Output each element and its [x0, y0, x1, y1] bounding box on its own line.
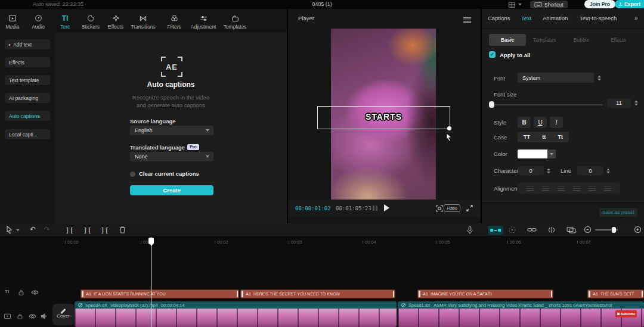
align-left-icon[interactable] — [527, 186, 534, 191]
delete-right-icon[interactable]: ][ — [101, 227, 109, 233]
play-button[interactable] — [384, 204, 389, 211]
eye-icon[interactable] — [31, 289, 39, 295]
underline-button[interactable]: U — [534, 117, 547, 128]
save-preset-button[interactable]: Save as preset — [599, 208, 637, 217]
eye-icon[interactable] — [29, 313, 36, 319]
toolbar-tab-adjustment[interactable]: Adjustment — [185, 13, 221, 30]
timeline-zoom-knob[interactable] — [612, 227, 616, 233]
subtab-templates[interactable]: Templates — [526, 34, 563, 46]
lowercase-button[interactable]: tt — [542, 134, 546, 140]
color-dropdown[interactable] — [547, 150, 556, 158]
tab-captions[interactable]: Captions — [488, 15, 510, 21]
undo-icon[interactable]: ↶ — [30, 225, 36, 233]
text-selection-box[interactable] — [317, 106, 450, 129]
font-size-stepper[interactable] — [633, 98, 639, 107]
clear-captions-checkbox[interactable] — [130, 172, 135, 177]
zoom-out-icon[interactable] — [584, 226, 592, 233]
shortcut-button[interactable]: Shortcut — [530, 1, 568, 8]
tab-text-to-speech[interactable]: Text-to-speech — [580, 15, 617, 21]
source-language-select[interactable]: English — [130, 126, 213, 135]
sidebar-item-text-template[interactable]: Text template — [5, 75, 50, 85]
subtab-basic[interactable]: Basic — [489, 34, 526, 46]
line-spacing-input[interactable]: 0 — [577, 166, 603, 175]
toolbar-tab-transitions[interactable]: Transitions — [125, 13, 161, 30]
lock-icon[interactable] — [17, 313, 23, 320]
caption-clip[interactable]: A1 IF A LION STARTS RUNNING AT YOU — [80, 289, 239, 298]
line-stepper[interactable] — [605, 166, 611, 175]
layout-grid-icon[interactable] — [508, 1, 516, 8]
fullscreen-icon[interactable] — [466, 204, 473, 212]
split-view-icon[interactable] — [547, 226, 556, 234]
sidebar-item-label: Auto captions — [9, 113, 40, 119]
playhead-handle[interactable] — [148, 238, 154, 244]
uppercase-button[interactable]: TT — [524, 134, 530, 140]
join-pro-button[interactable]: Join Pro — [584, 0, 615, 8]
sidebar-item-effects[interactable]: Effects — [5, 57, 50, 67]
resize-cursor-icon — [445, 133, 453, 141]
font-size-value[interactable]: 11 — [607, 98, 631, 108]
align-top-icon[interactable] — [573, 186, 580, 191]
quality-preview-icon[interactable] — [435, 204, 444, 213]
lock-icon[interactable] — [18, 289, 24, 296]
caption-clip[interactable]: A1 IMAGINE YOU'RE ON A SAFARI — [417, 289, 553, 298]
character-stepper[interactable] — [546, 166, 551, 175]
color-swatch[interactable] — [518, 150, 547, 158]
bold-button[interactable]: B — [518, 117, 531, 128]
delete-icon[interactable] — [119, 226, 126, 234]
playhead-line[interactable] — [151, 237, 151, 327]
sidebar-item-local-captions[interactable]: Local capti... — [5, 129, 50, 139]
font-select[interactable]: System — [518, 73, 594, 83]
align-right-icon[interactable] — [558, 186, 565, 191]
video-clip[interactable]: Speed1.8X ASMR Very Satisfying and Relax… — [398, 301, 644, 327]
tab-text[interactable]: Text — [521, 15, 531, 21]
translated-language-select[interactable]: None — [130, 152, 213, 161]
sidebar-item-add-text[interactable]: ▸ Add text — [5, 39, 50, 49]
font-size-number: 11 — [616, 100, 621, 106]
create-button[interactable]: Create — [130, 185, 213, 195]
align-bottom-icon[interactable] — [604, 186, 611, 191]
resize-handle[interactable] — [447, 126, 451, 130]
italic-button[interactable]: I — [550, 117, 563, 128]
apply-to-all-checkbox[interactable]: ✓ — [489, 51, 496, 58]
export-button[interactable]: Export — [615, 0, 644, 8]
caption-clip[interactable]: A1 THE SUN'S SETT — [587, 289, 644, 298]
timeline-ruler[interactable]: 00:00 00:01 00:02 00:03 00:04 00:05 00:0… — [0, 237, 644, 247]
chevron-down-icon[interactable] — [16, 229, 20, 231]
corner-decoration — [178, 57, 182, 61]
subtab-effects[interactable]: Effects — [600, 34, 637, 46]
character-spacing-input[interactable]: 0 — [518, 166, 544, 175]
clip-name: ASMR Very Satisfying and Relaxing Video … — [434, 303, 612, 308]
toolbar-tab-templates[interactable]: Templates — [217, 13, 253, 30]
mirror-screen-icon[interactable] — [566, 226, 576, 234]
subtab-bubble[interactable]: Bubble — [563, 34, 600, 46]
select-tool-icon[interactable] — [6, 226, 13, 234]
pause-icon[interactable] — [373, 205, 377, 211]
tab-animation[interactable]: Animation — [543, 15, 568, 21]
font-size-slider-knob[interactable] — [489, 101, 494, 108]
zoom-in-icon[interactable] — [634, 226, 642, 233]
link-clips-icon[interactable] — [527, 226, 537, 233]
caption-clip[interactable]: A1 HERE'S THE SECRET YOU NEED TO KNOW — [240, 289, 395, 298]
titlecase-button[interactable]: Tt — [558, 134, 563, 140]
capcut-editor-window: Auto saved: 22:22:35 0405 (1) Shortcut J… — [0, 0, 644, 327]
video-clip[interactable]: Speed4.0X videoplayback (32).mp4 00:00:0… — [75, 301, 397, 327]
cover-button[interactable]: Cover — [52, 304, 74, 325]
record-voiceover-icon[interactable] — [466, 226, 473, 235]
ratio-button[interactable]: Ratio — [444, 204, 460, 212]
clip-speed: Speed1.8X — [408, 303, 431, 308]
magnetic-snap-toggle[interactable] — [488, 226, 503, 235]
redo-icon[interactable]: ↷ — [44, 225, 50, 233]
font-stepper[interactable] — [596, 73, 602, 83]
align-middle-icon[interactable] — [589, 186, 596, 191]
player-menu-icon[interactable] — [463, 17, 471, 23]
font-size-slider[interactable] — [490, 104, 602, 105]
align-center-icon[interactable] — [542, 186, 549, 191]
mute-icon[interactable] — [41, 313, 48, 320]
chevron-down-icon[interactable] — [518, 4, 522, 5]
sidebar-item-ai-packaging[interactable]: AI packaging — [5, 93, 50, 103]
auto-preview-icon[interactable] — [508, 226, 516, 234]
split-icon[interactable]: ][ — [66, 227, 74, 233]
delete-left-icon[interactable]: ][ — [83, 227, 92, 233]
sidebar-item-auto-captions[interactable]: Auto captions — [5, 111, 50, 121]
more-tabs-icon[interactable]: » — [634, 15, 638, 21]
